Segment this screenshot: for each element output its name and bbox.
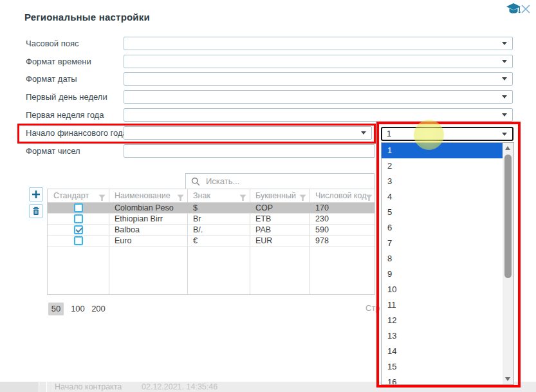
currency-alpha-code: COP bbox=[250, 203, 310, 213]
background-cell bbox=[40, 382, 47, 392]
close-icon[interactable] bbox=[521, 4, 531, 17]
field-label-date-format: Формат даты bbox=[26, 72, 77, 86]
field-label-time-format: Формат времени bbox=[26, 55, 91, 68]
contract-start-label: Начало контракта bbox=[55, 382, 122, 391]
search-icon bbox=[191, 177, 200, 186]
currency-alpha-code: PAB bbox=[250, 225, 310, 235]
page-size-200[interactable]: 200 bbox=[89, 303, 107, 315]
table-row[interactable]: Ethiopian Birr Br ETB 230 bbox=[48, 214, 374, 225]
page-info-fragment: Стр bbox=[365, 303, 380, 313]
currency-num-code: 170 bbox=[310, 203, 376, 213]
trash-icon bbox=[32, 207, 40, 216]
background-cell bbox=[0, 382, 39, 392]
table-header: Стандарт Наименование Знак Буквенный код… bbox=[48, 189, 374, 203]
fiscal-month-number-combobox[interactable]: 1 bbox=[381, 127, 513, 141]
header-label: Числовой код bbox=[315, 191, 366, 200]
header-label: Знак bbox=[193, 191, 210, 200]
plus-icon bbox=[32, 190, 41, 199]
chevron-down-icon bbox=[502, 60, 507, 63]
header-label: Наименование bbox=[115, 191, 171, 200]
currency-sign: $ bbox=[187, 203, 250, 213]
currency-search bbox=[185, 173, 374, 189]
option-item[interactable]: 2 bbox=[382, 158, 503, 174]
number-format-select[interactable]: 1 234,56 | -1 234,56 bbox=[124, 144, 375, 158]
header-label: Стандарт bbox=[53, 191, 89, 200]
page-title: Региональные настройки bbox=[24, 12, 150, 23]
currency-name: Balboa bbox=[109, 225, 187, 235]
chevron-down-icon bbox=[502, 113, 507, 117]
currency-name: Ethiopian Birr bbox=[109, 214, 187, 224]
chevron-down-icon bbox=[502, 42, 507, 45]
currency-alpha-code: EUR bbox=[250, 236, 310, 246]
search-input[interactable] bbox=[206, 176, 354, 186]
delete-currency-button[interactable] bbox=[29, 204, 43, 218]
field-label-timezone: Часовой пояс bbox=[26, 37, 79, 50]
timezone-select[interactable]: (+02:00) CEST Europe / Berlin bbox=[124, 37, 513, 50]
option-item[interactable]: 8 bbox=[382, 251, 503, 266]
annotation-red-box-month-dropdown: 1 1 2 3 4 5 6 7 8 9 10 11 12 13 14 15 16 bbox=[376, 122, 521, 387]
option-item[interactable]: 12 bbox=[382, 313, 503, 328]
standard-checkbox[interactable] bbox=[74, 225, 83, 234]
table-row[interactable]: Euro € EUR 978 bbox=[48, 236, 374, 247]
currency-name: Euro bbox=[109, 236, 187, 246]
currency-sign: Br bbox=[187, 214, 250, 224]
standard-checkbox[interactable] bbox=[74, 236, 83, 245]
chevron-down-icon bbox=[502, 133, 507, 136]
option-item[interactable]: 6 bbox=[382, 220, 503, 236]
header-num-code[interactable]: Числовой код bbox=[310, 189, 376, 203]
first-week-select[interactable]: Неделя, содержащая январь 6 (например в … bbox=[124, 108, 513, 122]
option-item[interactable]: 15 bbox=[382, 359, 503, 375]
chevron-down-icon bbox=[361, 131, 366, 135]
option-item[interactable]: 14 bbox=[382, 344, 503, 359]
time-format-select[interactable]: 9:00 (24 часа) bbox=[124, 55, 513, 68]
fiscal-month-number-value: 1 bbox=[387, 129, 391, 138]
scroll-down-icon[interactable] bbox=[503, 374, 513, 384]
option-item[interactable]: 13 bbox=[382, 328, 503, 344]
header-standard[interactable]: Стандарт bbox=[48, 189, 109, 203]
option-item[interactable]: 16 bbox=[382, 375, 503, 385]
currency-num-code: 230 bbox=[310, 214, 376, 224]
contract-start-value: 02.12.2021. 14:35:46 bbox=[142, 382, 217, 391]
field-label-fiscal-year-start: Начало финансового года bbox=[26, 126, 127, 140]
currency-name: Colombian Peso bbox=[109, 203, 187, 213]
currency-num-code: 590 bbox=[310, 225, 376, 235]
scrollbar-thumb[interactable] bbox=[504, 154, 512, 278]
standard-checkbox[interactable] bbox=[74, 203, 83, 212]
table-row[interactable]: Colombian Peso $ COP 170 bbox=[48, 203, 374, 214]
standard-checkbox[interactable] bbox=[74, 214, 83, 223]
header-name[interactable]: Наименование bbox=[109, 189, 187, 203]
chevron-down-icon bbox=[502, 95, 507, 98]
currency-table: Стандарт Наименование Знак Буквенный код… bbox=[47, 189, 375, 295]
option-item[interactable]: 7 bbox=[382, 236, 503, 251]
option-item[interactable]: 10 bbox=[382, 282, 503, 297]
add-currency-button[interactable] bbox=[29, 187, 43, 201]
first-weekday-select[interactable]: Понедельник bbox=[124, 90, 513, 104]
fiscal-year-start-select[interactable]: Январь bbox=[124, 126, 372, 140]
field-label-first-weekday: Первый день недели bbox=[26, 90, 107, 104]
month-number-option-list: 1 2 3 4 5 6 7 8 9 10 11 12 13 14 15 16 bbox=[381, 142, 514, 385]
scrollbar[interactable] bbox=[503, 143, 513, 384]
scroll-up-icon[interactable] bbox=[503, 143, 513, 153]
table-row[interactable]: Balboa B/. PAB 590 bbox=[48, 225, 374, 236]
currency-sign: € bbox=[187, 236, 250, 246]
header-sign[interactable]: Знак bbox=[187, 189, 250, 203]
header-alpha-code[interactable]: Буквенный код bbox=[250, 189, 310, 203]
chevron-down-icon bbox=[502, 77, 507, 80]
education-help-icon[interactable] bbox=[506, 3, 521, 19]
currency-alpha-code: ETB bbox=[250, 214, 310, 224]
currency-num-code: 978 bbox=[310, 236, 376, 246]
page-size-100[interactable]: 100 bbox=[69, 303, 87, 315]
currency-sign: B/. bbox=[187, 225, 250, 235]
option-item[interactable]: 3 bbox=[382, 174, 503, 189]
page-size-50[interactable]: 50 bbox=[48, 303, 64, 315]
option-item[interactable]: 11 bbox=[382, 297, 503, 313]
date-format-select[interactable]: 04.11.2021. bbox=[124, 72, 513, 86]
field-label-number-format: Формат чисел bbox=[26, 144, 80, 158]
option-item[interactable]: 1 bbox=[382, 143, 503, 158]
option-item[interactable]: 4 bbox=[382, 189, 503, 205]
option-item[interactable]: 5 bbox=[382, 205, 503, 220]
option-item[interactable]: 9 bbox=[382, 266, 503, 282]
field-label-first-week: Первая неделя года bbox=[26, 108, 104, 122]
